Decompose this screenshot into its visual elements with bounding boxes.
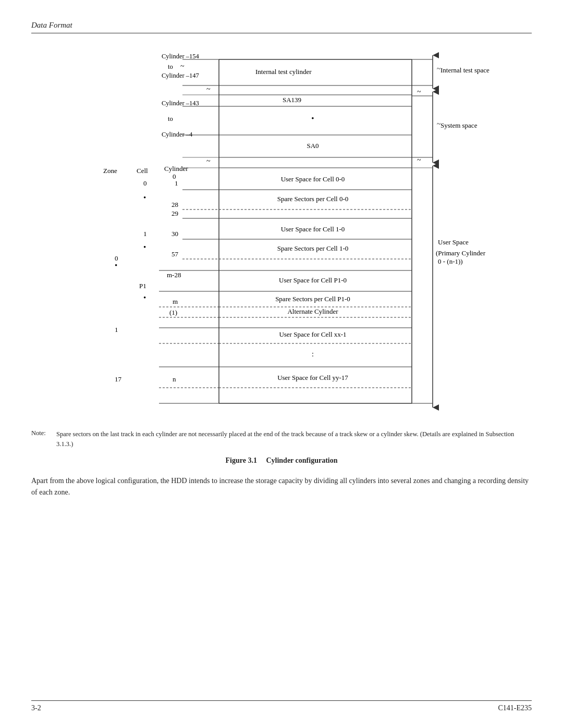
note-text: Spare sectors on the last track in each … [56, 429, 532, 449]
internal-test-space-label: Internal test space [440, 66, 489, 74]
footer-left: 3-2 [31, 704, 41, 712]
cyl-m-label: m [173, 298, 178, 305]
diagram-container: Zone Cell Cylinder 0 Cylinder –154 to ~ … [57, 44, 506, 419]
user-space-right-label: User Space [438, 238, 469, 246]
ellipsis-label: : [312, 350, 314, 358]
dot-2-label: • [143, 193, 146, 202]
primary-cylinder-range-label: 0 - (n-1)) [438, 257, 463, 265]
to-2-label: to [168, 115, 173, 122]
spare-sectors-00-label: Spare Sectors per Cell 0-0 [277, 195, 348, 203]
user-space-p10-label: User Space for Cell P1-0 [279, 276, 347, 284]
figure-title: Cylinder configuration [266, 456, 337, 464]
dot-zone-label: • [115, 261, 117, 269]
cylinder-4-label: Cylinder –4 [162, 131, 193, 138]
cylinder-154-label: Cylinder –154 [162, 53, 200, 60]
figure-label: Figure 3.1 [226, 456, 257, 464]
system-space-label: System space [440, 121, 478, 129]
tilde-right-4: ~ [417, 88, 421, 96]
cell-0-label: 0 [143, 179, 147, 187]
page-header: Data Format [31, 21, 532, 33]
zone-17-label: 17 [115, 375, 122, 383]
cyl-p1-label: P1 [139, 282, 146, 290]
tilde-right-1: ~ [437, 65, 440, 72]
alternate-cylinder-label: Alternate Cylinder [287, 307, 338, 315]
cyl-28-label: 28 [172, 201, 178, 208]
cylinder-label: Cylinder [164, 165, 188, 172]
sa139-label: SA139 [283, 96, 301, 104]
cyl-m28-label: m-28 [167, 271, 181, 279]
cyl-29-label: 29 [172, 209, 178, 217]
page-footer: 3-2 C141-E235 [31, 700, 532, 712]
body-text: Apart from the above logical configurati… [31, 475, 532, 499]
dot-sa-label: • [311, 114, 314, 122]
dot-4-label: • [143, 293, 146, 302]
to-1-label: to [168, 63, 173, 70]
user-space-xx1-label: User Space for Cell xx-1 [279, 330, 346, 338]
cyl-57-label: 57 [172, 250, 179, 258]
zone-1-label: 1 [115, 326, 118, 334]
cyl-30-label: 30 [172, 230, 178, 238]
cyl-n-label: n [173, 375, 176, 383]
user-space-yy17-label: User Space for Cell yy-17 [277, 374, 348, 381]
footer-right: C141-E235 [498, 704, 532, 712]
zone-label: Zone [103, 167, 117, 175]
spare-sectors-p10-label: Spare Sectors per Cell P1-0 [275, 295, 350, 303]
note-area: Note: Spare sectors on the last track in… [31, 429, 532, 449]
tilde-right-3: ~ [417, 156, 421, 164]
dot-3-label: • [143, 243, 146, 251]
cyl-1-label: 1 [175, 179, 178, 187]
tilde-bot-label: ~ [206, 85, 211, 93]
tilde-2-label: ~ [206, 157, 211, 165]
cylinder-143-label: Cylinder –143 [162, 100, 199, 107]
tilde-right-2: ~ [437, 120, 440, 128]
internal-test-cylinder-label: Internal test cylinder [255, 68, 312, 76]
cyl-1c-label: (1) [169, 309, 177, 316]
sa0-label: SA0 [307, 142, 319, 150]
spare-sectors-10-label: Spare Sectors per Cell 1-0 [277, 244, 348, 252]
header-title: Data Format [31, 21, 72, 30]
user-space-10-label: User Space for Cell 1-0 [281, 225, 345, 233]
cell-1b-label: 1 [143, 230, 147, 238]
user-space-00-label: User Space for Cell 0-0 [281, 175, 345, 183]
primary-cylinder-label: (Primary Cylinder [436, 249, 486, 257]
cylinder-147-label: Cylinder –147 [162, 72, 199, 79]
tilde-1-label: ~ [180, 63, 185, 70]
note-label: Note: [31, 429, 51, 449]
diagram-svg: Zone Cell Cylinder 0 Cylinder –154 to ~ … [57, 44, 506, 419]
figure-caption: Figure 3.1 Cylinder configuration [31, 456, 532, 465]
cell-label: Cell [137, 167, 148, 175]
page: Data Format [0, 0, 563, 728]
